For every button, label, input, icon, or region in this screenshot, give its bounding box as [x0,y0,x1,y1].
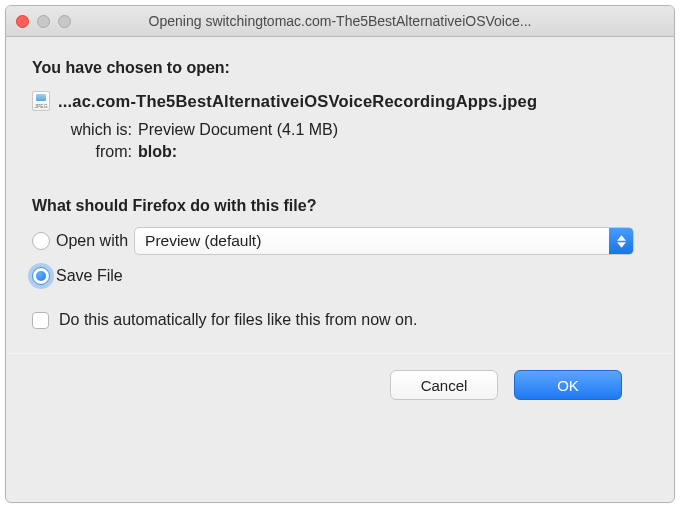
file-row: JPEG ...ac.com-The5BestAlternativeiOSVoi… [32,91,648,111]
which-is-label: which is: [58,121,132,139]
chosen-heading: You have chosen to open: [32,59,648,77]
open-with-label: Open with [56,232,128,250]
select-arrows-icon [609,228,633,254]
open-with-option[interactable]: Open with Preview (default) [32,227,648,255]
download-dialog: Opening switchingtomac.com-The5BestAlter… [5,5,675,503]
file-meta: which is: Preview Document (4.1 MB) from… [58,121,648,165]
which-is-value: Preview Document (4.1 MB) [138,121,338,139]
ok-button[interactable]: OK [514,370,622,400]
dialog-footer: Cancel OK [32,354,648,400]
from-label: from: [58,143,132,161]
file-name: ...ac.com-The5BestAlternativeiOSVoiceRec… [58,92,537,111]
open-with-app-select[interactable]: Preview (default) [134,227,634,255]
open-with-app-value: Preview (default) [135,232,609,250]
save-file-radio[interactable] [32,267,50,285]
minimize-window-button[interactable] [37,15,50,28]
save-file-label: Save File [56,267,123,285]
open-with-radio[interactable] [32,232,50,250]
dialog-body: You have chosen to open: JPEG ...ac.com-… [6,37,674,502]
from-value: blob: [138,143,177,161]
auto-checkbox[interactable] [32,312,49,329]
file-type-icon: JPEG [32,91,50,111]
titlebar: Opening switchingtomac.com-The5BestAlter… [6,6,674,37]
cancel-button[interactable]: Cancel [390,370,498,400]
auto-checkbox-row[interactable]: Do this automatically for files like thi… [32,311,648,329]
save-file-option[interactable]: Save File [32,267,648,285]
file-icon-tag: JPEG [34,103,47,109]
traffic-lights [16,15,71,28]
window-title: Opening switchingtomac.com-The5BestAlter… [16,13,664,29]
auto-checkbox-label: Do this automatically for files like thi… [59,311,417,329]
action-heading: What should Firefox do with this file? [32,197,648,215]
close-window-button[interactable] [16,15,29,28]
maximize-window-button[interactable] [58,15,71,28]
